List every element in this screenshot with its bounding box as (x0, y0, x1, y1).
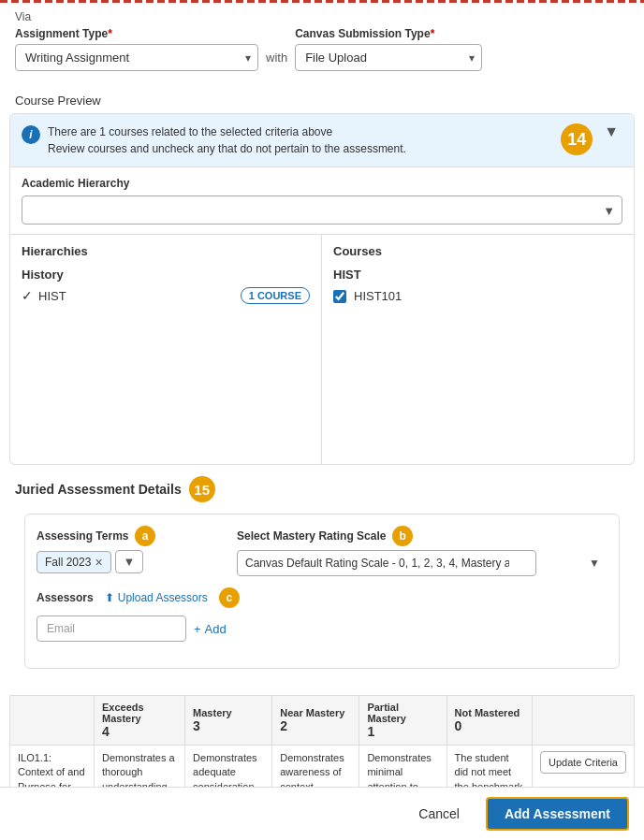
mastery-dropdown-icon: ▼ (589, 557, 600, 570)
table-col-exceeds: Exceeds Mastery 4 (95, 696, 185, 746)
course-item-label: HIST101 (354, 289, 402, 303)
update-criteria-button[interactable]: Update Criteria (540, 751, 626, 774)
list-item: History ✓ HIST 1 COURSE (22, 268, 310, 306)
courses-column: Courses HIST HIST101 (322, 235, 634, 464)
expand-arrow-icon[interactable]: ▼ (600, 123, 622, 140)
hierarchy-select-wrapper: ▼ (22, 196, 622, 224)
course-preview-box: i There are 1 courses related to the sel… (9, 113, 635, 465)
upload-label: Upload Assessors (118, 591, 208, 604)
hierarchy-sub-row: ✓ HIST 1 COURSE (22, 285, 310, 306)
juried-header: Juried Assessment Details 15 (15, 476, 629, 502)
juried-badge: 15 (189, 476, 215, 502)
add-label: Add (205, 622, 227, 636)
table-col-partial: Partial Mastery 1 (359, 696, 446, 746)
mastery-select-wrapper: Canvas Default Rating Scale - 0, 1, 2, 3… (237, 550, 607, 576)
badge-a: a (135, 526, 155, 546)
assignment-type-select[interactable]: Writing Assignment (15, 44, 258, 71)
add-email-button[interactable]: + Add (194, 622, 227, 636)
cancel-button[interactable]: Cancel (403, 799, 475, 829)
courses-header: Courses (333, 244, 622, 258)
hierarchy-courses-section: Hierarchies History ✓ HIST 1 COURSE Cour… (10, 234, 634, 464)
canvas-submission-select[interactable]: File Upload (295, 44, 482, 71)
juried-title: Juried Assessment Details (15, 482, 182, 497)
assessing-terms-label: Assessing Terms a (37, 526, 222, 546)
course-preview-label: Course Preview (0, 90, 644, 113)
hierarchy-item-label: HIST (38, 289, 66, 303)
canvas-submission-label: Canvas Submission Type* (295, 27, 482, 40)
course-count-badge: 14 (561, 123, 593, 155)
table-col-not-mastered: Not Mastered 0 (446, 696, 532, 746)
terms-dropdown-button[interactable]: ▼ (115, 550, 144, 573)
term-remove-icon[interactable]: × (95, 556, 102, 569)
info-banner: i There are 1 courses related to the sel… (10, 114, 634, 167)
upload-icon: ⬆ (105, 591, 114, 604)
email-add-row: + Add (37, 616, 607, 642)
mastery-select[interactable]: Canvas Default Rating Scale - 0, 1, 2, 3… (237, 550, 536, 576)
table-col-action (533, 696, 635, 746)
assessors-row: Assessors ⬆ Upload Assessors c (37, 587, 607, 608)
academic-hierarchy-section: Academic Hierarchy ▼ (10, 167, 634, 234)
course-region-header: HIST (333, 268, 622, 282)
juried-box: Assessing Terms a Fall 2023 × ▼ Selec (24, 514, 620, 669)
assessing-terms-group: Assessing Terms a Fall 2023 × ▼ (37, 526, 222, 573)
courses-list: HIST HIST101 (333, 268, 622, 455)
add-assessment-button[interactable]: Add Assessment (486, 797, 629, 831)
academic-hierarchy-label: Academic Hierarchy (22, 177, 622, 190)
assignment-type-label: Assignment Type* (15, 27, 258, 40)
via-label: Via (0, 3, 644, 27)
with-label: with (266, 34, 287, 65)
hierarchies-column: Hierarchies History ✓ HIST 1 COURSE (10, 235, 322, 464)
course-checkbox[interactable] (333, 290, 346, 303)
email-input[interactable] (37, 616, 186, 642)
upload-assessors-link[interactable]: ⬆ Upload Assessors (105, 591, 208, 604)
footer: Cancel Add Assessment (0, 787, 644, 840)
list-item: HIST101 (333, 289, 622, 303)
hierarchy-select[interactable] (22, 196, 622, 224)
badge-c: c (219, 587, 240, 608)
mastery-rating-group: Select Mastery Rating Scale b Canvas Def… (237, 526, 607, 576)
check-icon: ✓ (22, 288, 33, 303)
juried-assessment-section: Juried Assessment Details 15 Assessing T… (0, 465, 644, 695)
plus-icon: + (194, 622, 201, 636)
info-text: There are 1 courses related to the selec… (48, 123, 553, 157)
course-count-badge-small[interactable]: 1 COURSE (241, 287, 310, 304)
term-tag-label: Fall 2023 (45, 556, 91, 569)
juried-form-row: Assessing Terms a Fall 2023 × ▼ Selec (37, 526, 607, 576)
hierarchies-header: Hierarchies (22, 244, 310, 258)
term-tag: Fall 2023 × (37, 551, 111, 573)
table-col-ilo (10, 696, 95, 746)
assessors-label: Assessors (37, 591, 94, 604)
mastery-rating-label: Select Mastery Rating Scale b (237, 526, 607, 546)
term-select-wrapper: Fall 2023 × ▼ (37, 550, 222, 573)
table-col-near: Near Mastery 2 (272, 696, 359, 746)
table-header-row: Exceeds Mastery 4 Mastery 3 Near Mastery… (10, 696, 635, 746)
hierarchy-name: History (22, 268, 310, 282)
table-col-mastery: Mastery 3 (185, 696, 272, 746)
hierarchy-check: ✓ HIST (22, 288, 66, 303)
info-icon: i (22, 125, 40, 144)
badge-b: b (392, 526, 413, 546)
